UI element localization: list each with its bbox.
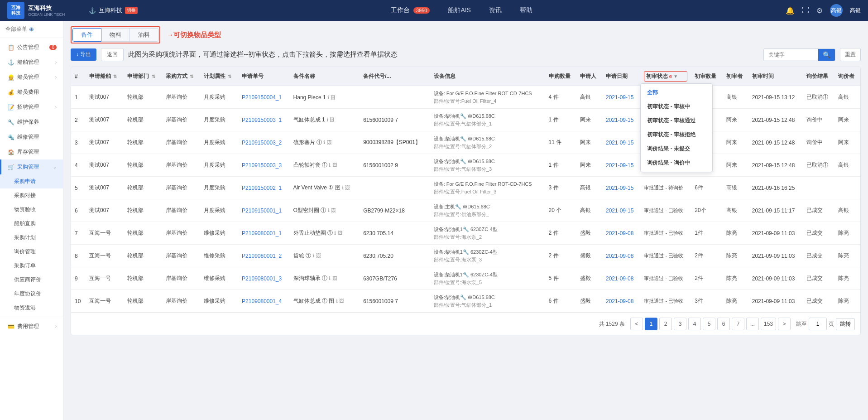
cell-part-code: 6156001009 7 (360, 290, 430, 313)
page-jump: 跳至 页 跳转 (796, 318, 855, 330)
cell-plan: 维修采购 (200, 222, 238, 245)
cell-plan: 月度采购 (200, 86, 238, 109)
dropdown-option-reviewing[interactable]: 初审状态 - 审核中 (641, 100, 712, 114)
ship-icon: ⚓ (8, 59, 14, 66)
brand-badge[interactable]: 切换 (125, 7, 138, 14)
sidebar-item-purchase[interactable]: 🛒 采购管理 ⌄ (0, 159, 63, 174)
cell-num: 5 (71, 177, 86, 199)
sidebar-item-repair[interactable]: 🔩 维修管理 (0, 130, 63, 145)
bell-icon[interactable]: 🔔 (786, 6, 795, 15)
sidebar-all-menu[interactable]: 全部菜单 ⊕ (0, 21, 63, 36)
sidebar-sub-item-purchase-order[interactable]: 采购订单 (0, 259, 63, 273)
col-first-reviewer: 初审者 (723, 67, 748, 86)
warehouse-icon: 🏠 (8, 149, 14, 155)
col-dept[interactable]: 申请部门 ⇅ (124, 67, 162, 86)
dropdown-option-approved[interactable]: 初审状态 - 审核通过 (641, 114, 712, 128)
sidebar-sub-item-purchase-plan[interactable]: 采购计划 (0, 231, 63, 245)
col-method[interactable]: 采购方式 ⇅ (162, 67, 200, 86)
table-row: 6 测试007 轮机部 岸基询价 月度采购 P2109150001_1 O型密封… (71, 199, 860, 222)
search-input[interactable] (764, 49, 818, 60)
page-btn-2[interactable]: 2 (659, 318, 672, 330)
nav-ais[interactable]: 船舶AIS (448, 5, 471, 16)
sidebar-sub-item-supplier-eval[interactable]: 供应商评价 (0, 273, 63, 287)
dropdown-option-rejected[interactable]: 初审状态 - 审核拒绝 (641, 128, 712, 142)
sidebar-sub-item-inquiry-manage[interactable]: 询价管理 (0, 245, 63, 259)
sidebar-item-company[interactable]: 📋 公告管理 0 (0, 40, 63, 55)
table-row: 3 测试007 轮机部 岸基询价 月度采购 P2109150003_2 硫形塞片… (71, 131, 860, 154)
sidebar-item-crew-cost[interactable]: 💰 船员费用 (0, 85, 63, 100)
page-btn-1[interactable]: 1 (645, 318, 657, 330)
cell-first-reviewer: 阿来 (723, 154, 748, 177)
cell-dept: 轮机部 (124, 177, 162, 199)
page-jump-go-button[interactable]: 跳转 (836, 318, 855, 330)
cell-first-review-time: 2021-09-09 11:03 (748, 222, 803, 245)
page-jump-input[interactable] (809, 318, 827, 330)
page-btn-5[interactable]: 5 (703, 318, 715, 330)
nav-news[interactable]: 资讯 (489, 5, 502, 16)
sidebar-item-crew[interactable]: 👷 船员管理 › (0, 70, 63, 85)
dropdown-option-all[interactable]: 全部 (641, 86, 712, 100)
col-first-review-status[interactable]: 初审状态 ⊙ ▼ 全部 初审状态 - 审核中 初审状态 - 审核通过 初审状态 … (640, 67, 691, 86)
cell-part-code: 6307GB/T276 (360, 267, 430, 290)
sidebar-sub-item-annual-price[interactable]: 年度协议价 (0, 287, 63, 301)
crew-icon: 👷 (8, 74, 14, 81)
cell-apply-no: P2109150002_1 (238, 177, 289, 199)
settings-icon[interactable]: ⚙ (816, 6, 823, 15)
export-button[interactable]: ↓ 导出 (71, 48, 96, 61)
tab-fuel[interactable]: 油料 (130, 28, 158, 42)
sidebar-item-maintenance[interactable]: 🔧 维护保养 (0, 115, 63, 130)
sidebar-sub-item-purchase-match[interactable]: 采购对接 (0, 188, 63, 203)
expand-icon[interactable]: ⛶ (802, 6, 809, 14)
avatar[interactable]: 高银 (830, 4, 843, 17)
sidebar-item-recruit[interactable]: 📝 招聘管理 › (0, 100, 63, 115)
col-part-name: 备件名称 (290, 67, 360, 86)
col-ship[interactable]: 申请船舶 ⇅ (86, 67, 124, 86)
nav-brand[interactable]: ⚓ 互海科技 切换 (89, 6, 138, 14)
cell-first-review-qty: 2件 (691, 245, 723, 267)
sidebar-item-expense[interactable]: 💳 费用管理 › (0, 319, 63, 334)
dropdown-caret-icon[interactable]: ▼ (673, 74, 678, 79)
col-qty: 申购数量 (545, 67, 577, 86)
toolbar-hint: 此图为采购项统计界面，可通过筛选栏--初审状态，点击下拉箭头，按需选择查看单据状… (128, 50, 398, 59)
cell-method: 岸基询价 (162, 199, 200, 222)
page-btn-7[interactable]: 7 (732, 318, 744, 330)
prev-page-button[interactable]: < (630, 318, 643, 330)
reset-button[interactable]: 重置 (840, 48, 861, 61)
page-btn-3[interactable]: 3 (674, 318, 686, 330)
cell-first-review-time: 2021-09-15 12:48 (748, 131, 803, 154)
dropdown-option-not-submitted[interactable]: 询价结果 - 未提交 (641, 142, 712, 156)
sidebar-sub-item-purchase-apply[interactable]: 采购申请 (0, 174, 63, 188)
col-apply-no: 申请单号 (238, 67, 289, 86)
sidebar-item-ship[interactable]: ⚓ 船舶管理 › (0, 55, 63, 70)
next-page-button[interactable]: > (778, 318, 791, 330)
search-button[interactable]: 🔍 (818, 49, 835, 61)
nav-workbench[interactable]: 工作台 3950 (391, 5, 430, 16)
sidebar-sub-item-goods-return[interactable]: 物资返港 (0, 301, 63, 315)
cell-first-reviewer: 阿来 (723, 109, 748, 131)
cell-ship: 测试007 (86, 86, 124, 109)
nav-help[interactable]: 帮助 (520, 5, 532, 16)
total-count: 共 1529 条 (599, 320, 625, 328)
back-button[interactable]: 返回 (101, 48, 124, 61)
sidebar-item-warehouse[interactable]: 🏠 库存管理 (0, 145, 63, 159)
page-btn-ellipsis[interactable]: ... (746, 318, 759, 330)
first-review-status-dropdown[interactable]: 全部 初审状态 - 审核中 初审状态 - 审核通过 初审状态 - 审核拒绝 询价… (640, 83, 713, 172)
page-btn-4[interactable]: 4 (688, 318, 701, 330)
table-row: 9 互海一号 轮机部 岸基询价 维修采购 P2109080001_3 深沟球轴承… (71, 267, 860, 290)
col-plan[interactable]: 计划属性 ⇅ (200, 67, 238, 86)
cell-apply-date: 2021-09-08 (602, 290, 640, 313)
pagination: 共 1529 条 < 1 2 3 4 5 6 7 ... 153 > 跳至 页 … (71, 313, 860, 335)
add-menu-icon[interactable]: ⊕ (29, 26, 34, 33)
dropdown-option-inquiring[interactable]: 询价结果 - 询价中 (641, 156, 712, 170)
cell-dept: 轮机部 (124, 154, 162, 177)
tab-material[interactable]: 物料 (101, 28, 130, 42)
cell-ship: 测试007 (86, 177, 124, 199)
sidebar-sub-item-ship-purchase[interactable]: 船舶直购 (0, 217, 63, 231)
cell-first-review-status: 审批通过 - 已验收 (640, 245, 691, 267)
page-btn-last[interactable]: 153 (761, 318, 776, 330)
cell-applicant: 盛毅 (576, 267, 602, 290)
page-btn-6[interactable]: 6 (717, 318, 730, 330)
tab-spare-parts[interactable]: 备件 (72, 28, 101, 42)
sidebar-sub-item-goods-receive[interactable]: 物资验收 (0, 203, 63, 217)
col-num: # (71, 67, 86, 86)
